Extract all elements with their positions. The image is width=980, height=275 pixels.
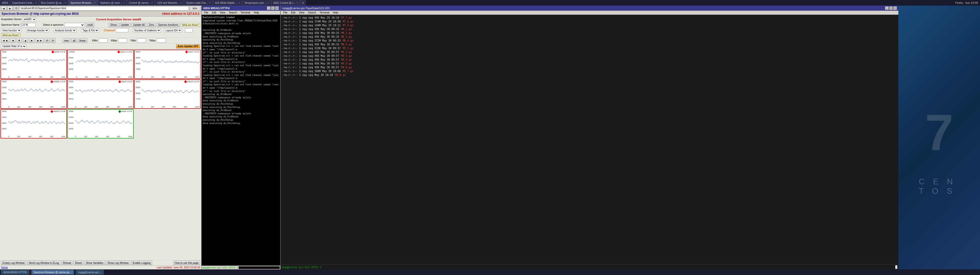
xmax-input[interactable]: 1019 bbox=[118, 38, 127, 43]
tags-fits-select[interactable]: Tags & Fits bbox=[81, 28, 99, 32]
graph-cell-5[interactable]: 9500 9000 8500 8000 aida9 1.8 W 02004006… bbox=[67, 79, 134, 109]
terminal-close-btn[interactable]: × bbox=[893, 6, 897, 10]
how-to-use-btn[interactable]: How to use this page bbox=[173, 261, 200, 265]
graph-cell-4[interactable]: 9500 9000 8500 8000 aida08 1.8 W 0200400… bbox=[0, 79, 67, 109]
tab-close-icon[interactable]: × bbox=[65, 2, 66, 4]
reload-nav-btn[interactable]: ⟲ bbox=[14, 6, 19, 11]
reset-btn[interactable]: Reset bbox=[73, 261, 83, 265]
nav-prev-btn[interactable]: ◄ bbox=[10, 38, 16, 43]
aida-menu-file[interactable]: File bbox=[203, 11, 210, 14]
what-are-these-btn-2[interactable]: What are these? bbox=[1, 33, 21, 37]
terminal-file-list[interactable]: -rw-r--r-- 1 npg npg 45K May 29 18:18 M7… bbox=[281, 15, 898, 265]
terminal-menu-edit[interactable]: Edit bbox=[290, 11, 297, 14]
tab-control[interactable]: Control @ carme... × bbox=[127, 0, 155, 6]
all-btn[interactable]: all bbox=[71, 38, 77, 43]
species-functions-btn[interactable]: Species functions bbox=[157, 23, 180, 27]
graph-cell-1[interactable]: 9500 9000 8500 8000 aida5 1.8 W 02004006… bbox=[0, 50, 67, 79]
terminal-minimize-btn[interactable]: _ bbox=[885, 6, 889, 10]
graph-cell-3[interactable]: 9000 8500 8000 7500 aida7 1.8 W 02004006… bbox=[134, 50, 200, 79]
select-spectrum-select[interactable] bbox=[64, 23, 85, 27]
tab-close-icon[interactable]: × bbox=[151, 2, 153, 4]
number-galleries-select[interactable]: Number of Galleries bbox=[133, 28, 161, 32]
update-rate-select[interactable]: Update Rate (4 sec) bbox=[1, 44, 27, 48]
aida-maximize-btn[interactable]: □ bbox=[271, 6, 275, 10]
aida-close-btn[interactable]: × bbox=[275, 6, 279, 10]
taskbar-terminal-btn[interactable]: mpgg@carme-gsi:... bbox=[76, 270, 103, 275]
nav-up-btn[interactable]: ▲ bbox=[23, 38, 28, 43]
tab-runcontrol[interactable]: Run Control @ ca... × bbox=[39, 0, 68, 6]
auto-update-btn[interactable]: Auto Update OFF bbox=[176, 44, 200, 48]
send-log-btn[interactable]: Send Log Window to ELog bbox=[27, 261, 60, 265]
show-btn[interactable]: Show bbox=[109, 23, 118, 27]
aida-menu-search[interactable]: Search bbox=[228, 11, 239, 14]
tab-gsi[interactable]: GSI White Rabbit ... × bbox=[213, 0, 242, 6]
update-all-btn[interactable]: Update All bbox=[131, 23, 146, 27]
taskbar-aida-btn[interactable]: AIDA MIDAS HTTPd bbox=[1, 270, 29, 275]
what-are-these-btn-1[interactable]: What are these? bbox=[181, 23, 200, 27]
tab-close-icon[interactable]: × bbox=[180, 2, 182, 4]
view-functions-select[interactable]: View functions bbox=[1, 28, 21, 32]
url-bar[interactable]: localhost:8015/Spectrum/Spectrum.html bbox=[20, 6, 189, 10]
xmin-input[interactable]: 0 bbox=[99, 38, 108, 43]
forward-btn[interactable]: ► bbox=[7, 6, 13, 11]
tab-close-icon[interactable]: × bbox=[297, 2, 298, 4]
tab-experiment[interactable]: Experiment Contr... × bbox=[10, 0, 39, 6]
terminal-menu-help[interactable]: Help bbox=[331, 11, 340, 14]
zero-btn[interactable]: Zero bbox=[147, 23, 156, 27]
tab-spectrum[interactable]: Spectrum Browsin... × bbox=[68, 0, 98, 6]
linear-btn[interactable]: linear bbox=[78, 38, 87, 43]
terminal-command-input[interactable] bbox=[322, 266, 895, 269]
graph-cell-8[interactable]: 9500 9000 8500 8000 aida4 1.8 W 02004006… bbox=[67, 109, 134, 139]
aida-menu-help[interactable]: Help bbox=[252, 11, 261, 14]
ymax-input[interactable]: 10473 bbox=[157, 38, 165, 43]
arrange-functions-select[interactable]: Arrange functions bbox=[26, 28, 49, 32]
graph-cell-2[interactable]: 10000 9500 9000 8500 aida11 1.8 W 020040… bbox=[67, 50, 134, 79]
ymin-input[interactable]: 7500 bbox=[137, 38, 146, 43]
spectrum-name-input[interactable] bbox=[21, 23, 36, 27]
tab-temperature[interactable]: Temperature and ... × bbox=[242, 0, 271, 6]
new-tab-btn[interactable]: + bbox=[301, 0, 306, 6]
terminal-maximize-btn[interactable]: □ bbox=[889, 6, 893, 10]
aida-menu-edit[interactable]: Edit bbox=[210, 11, 218, 14]
graph-cell-7[interactable]: 9500 9000 8500 8000 aida13 1.8 W 0200400… bbox=[0, 109, 67, 139]
new-btn[interactable]: new bbox=[62, 38, 70, 43]
nav-undo-btn[interactable]: ⟲ bbox=[45, 38, 49, 43]
enable-logging-btn[interactable]: Enable Logging bbox=[131, 261, 152, 265]
tab-led[interactable]: LED and Wavefor... × bbox=[155, 0, 184, 6]
tab-close-icon[interactable]: × bbox=[35, 2, 37, 4]
aida-menu-view[interactable]: View bbox=[218, 11, 227, 14]
nav-redo-btn[interactable]: ⟳ bbox=[51, 38, 56, 43]
tab-aida[interactable]: AIDA bbox=[0, 0, 10, 6]
nav-first-btn[interactable]: ◄◄ bbox=[1, 38, 9, 43]
tab-close-icon[interactable]: × bbox=[123, 2, 124, 4]
tab-asic[interactable]: ASIC Control @ c... × bbox=[271, 0, 301, 6]
terminal-menu-view[interactable]: View bbox=[298, 11, 306, 14]
empty-log-btn[interactable]: Empty Log Window bbox=[1, 261, 26, 265]
channel-input[interactable] bbox=[116, 28, 128, 32]
tab-close-icon[interactable]: × bbox=[239, 2, 240, 4]
terminal-menu-search[interactable]: Search bbox=[307, 11, 318, 14]
terminal-menu-file[interactable]: File bbox=[282, 11, 289, 14]
show-variables-btn[interactable]: Show Variables bbox=[84, 261, 105, 265]
aida-minimize-btn[interactable]: _ bbox=[267, 6, 270, 10]
tab-close-icon[interactable]: × bbox=[267, 2, 269, 4]
tab-system[interactable]: System wide Che... × bbox=[184, 0, 213, 6]
back-btn[interactable]: ◄ bbox=[1, 6, 6, 11]
tab-close-icon[interactable]: × bbox=[94, 2, 96, 4]
acq-server-select[interactable]: aida55 bbox=[23, 17, 36, 21]
home-link[interactable]: Home bbox=[1, 266, 8, 269]
taskbar-spectrum-btn[interactable]: Spectrum Browser @ carme-gs... bbox=[32, 270, 74, 275]
terminal-menu-terminal[interactable]: Terminal bbox=[318, 11, 331, 14]
multi-btn[interactable]: multi bbox=[86, 23, 94, 27]
aida-command-input[interactable] bbox=[239, 266, 280, 269]
layout-id-select[interactable]: Layout ID# bbox=[164, 28, 182, 32]
nav-next-btn[interactable]: ► bbox=[29, 38, 35, 43]
nav-down-btn[interactable]: ▼ bbox=[17, 38, 22, 43]
aida-log-content[interactable]: RunControlClient loaded Completed custom… bbox=[202, 15, 280, 266]
graph-cell-6[interactable]: 9000 8500 8000 7750 aida10 1.8 W 0200400… bbox=[134, 79, 200, 109]
tab-statistics[interactable]: Statistics @ carm... × bbox=[98, 0, 127, 6]
analysis-functions-select[interactable]: Analysis functions bbox=[54, 28, 76, 32]
update-btn[interactable]: Update bbox=[119, 23, 130, 27]
nav-last-btn[interactable]: ►► bbox=[35, 38, 44, 43]
layout-id-input[interactable] bbox=[185, 28, 192, 32]
